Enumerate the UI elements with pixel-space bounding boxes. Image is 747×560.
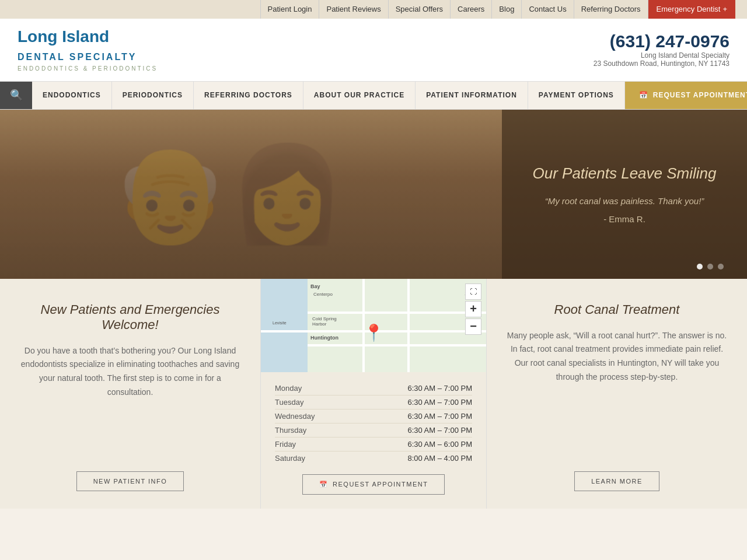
emergency-dentist-button[interactable]: Emergency Dentist +	[648, 0, 735, 19]
new-patient-info-button[interactable]: NEW PATIENT INFO	[76, 471, 184, 491]
hours-monday: Monday 6:30 AM – 7:00 PM	[275, 382, 472, 396]
logo[interactable]: Long Island DENTAL SPECIALTY ENDODONTICS…	[18, 28, 158, 72]
new-patients-text: Do you have a tooth that’s bothering you…	[18, 344, 243, 400]
map-water-west	[261, 279, 308, 372]
blog-link[interactable]: Blog	[492, 0, 522, 19]
three-column-section: New Patients and Emergencies Welcome! Do…	[0, 279, 747, 509]
map-road-5	[407, 279, 410, 372]
address-line1: Long Island Dental Specialty	[594, 51, 729, 60]
top-bar: Patient Login Patient Reviews Special Of…	[0, 0, 747, 19]
map-zoom-in-button[interactable]: +	[465, 301, 481, 317]
hours-friday: Friday 6:30 AM – 6:00 PM	[275, 438, 472, 452]
hours-request-wrap: 📅 REQUEST APPOINTMENT	[261, 474, 486, 509]
hero-section: 👴👩 Our Patients Leave Smiling “My root c…	[0, 110, 747, 279]
map-label-huntington: Huntington	[310, 335, 338, 341]
nav-patient-info[interactable]: PATIENT INFORMATION	[416, 82, 528, 109]
map-label-cold-spring: Cold SpringHarbor	[312, 316, 337, 327]
new-patients-col: New Patients and Emergencies Welcome! Do…	[0, 279, 261, 509]
hours-request-appointment-button[interactable]: 📅 REQUEST APPOINTMENT	[302, 474, 445, 495]
emergency-plus-icon: +	[722, 0, 727, 19]
root-canal-title: Root Canal Treatment	[554, 302, 680, 317]
learn-more-button[interactable]: LEARN MORE	[574, 471, 659, 491]
hero-title: Our Patients Leave Smiling	[532, 164, 716, 183]
new-patients-title: New Patients and Emergencies Welcome!	[18, 302, 243, 332]
carousel-dot-2[interactable]	[707, 264, 713, 270]
carousel-dot-1[interactable]	[697, 264, 703, 270]
careers-link[interactable]: Careers	[451, 0, 492, 19]
emergency-label: Emergency Dentist	[657, 0, 721, 19]
calendar-icon-2: 📅	[319, 481, 329, 488]
map-road-2	[308, 312, 486, 314]
main-nav: 🔍 ENDODONTICS PERIODONTICS REFERRING DOC…	[0, 82, 747, 110]
special-offers-link[interactable]: Special Offers	[389, 0, 451, 19]
nav-periodontics[interactable]: PERIODONTICS	[112, 82, 194, 109]
nav-about[interactable]: ABOUT OUR PRACTICE	[303, 82, 416, 109]
search-icon: 🔍	[10, 89, 23, 102]
address-line2: 23 Southdown Road, Huntington, NY 11743	[594, 60, 729, 68]
nav-payment[interactable]: PAYMENT OPTIONS	[528, 82, 625, 109]
hours-thursday: Thursday 6:30 AM – 7:00 PM	[275, 424, 472, 438]
hero-testimonial-panel: Our Patients Leave Smiling “My root cana…	[502, 110, 747, 279]
map-label-levisite: Levisite	[273, 321, 287, 325]
hours-saturday: Saturday 8:00 AM – 4:00 PM	[275, 452, 472, 465]
map-location-pin[interactable]: 📍	[364, 323, 384, 342]
map-area: Bay Centerpo Huntington Cold SpringHarbo…	[261, 279, 486, 372]
map-hours-col: Bay Centerpo Huntington Cold SpringHarbo…	[261, 279, 487, 509]
patient-login-link[interactable]: Patient Login	[260, 0, 320, 19]
referring-doctors-link[interactable]: Referring Doctors	[574, 0, 648, 19]
logo-tagline: ENDODONTICS & PERIODONTICS	[18, 65, 158, 72]
root-canal-text: Many people ask, “Will a root canal hurt…	[504, 329, 729, 384]
map-fullscreen-button[interactable]: ⛶	[465, 284, 481, 300]
calendar-icon: 📅	[639, 91, 648, 99]
map-label-bay: Bay	[310, 284, 320, 289]
contact-us-link[interactable]: Contact Us	[522, 0, 574, 19]
map-label-centerpo: Centerpo	[313, 292, 333, 297]
nav-endodontics[interactable]: ENDODONTICS	[32, 82, 112, 109]
map-road-3	[308, 344, 486, 346]
patient-reviews-link[interactable]: Patient Reviews	[319, 0, 388, 19]
carousel-dots	[697, 264, 724, 270]
header: Long Island DENTAL SPECIALTY ENDODONTICS…	[0, 19, 747, 82]
hours-wednesday: Wednesday 6:30 AM – 7:00 PM	[275, 410, 472, 424]
nav-referring-doctors[interactable]: REFERRING DOCTORS	[194, 82, 303, 109]
search-button[interactable]: 🔍	[0, 82, 32, 109]
hero-author: - Emma R.	[603, 214, 645, 224]
map-zoom-out-button[interactable]: −	[465, 318, 481, 335]
hours-table: Monday 6:30 AM – 7:00 PM Tuesday 6:30 AM…	[261, 372, 486, 474]
hero-people-silhouette: 👴👩	[112, 139, 345, 249]
root-canal-col: Root Canal Treatment Many people ask, “W…	[487, 279, 747, 509]
carousel-dot-3[interactable]	[718, 264, 724, 270]
phone-number[interactable]: (631) 247-0976	[594, 32, 729, 51]
logo-main: Long Island DENTAL SPECIALTY	[18, 28, 158, 64]
map-controls: ⛶ + −	[465, 284, 481, 335]
contact-info: (631) 247-0976 Long Island Dental Specia…	[594, 32, 729, 68]
map-background: Bay Centerpo Huntington Cold SpringHarbo…	[261, 279, 486, 372]
nav-request-appointment-button[interactable]: 📅 REQUEST APPOINTMENT	[625, 82, 747, 109]
hero-quote: “My root canal was painless. Thank you!”	[545, 194, 704, 208]
hours-tuesday: Tuesday 6:30 AM – 7:00 PM	[275, 396, 472, 410]
